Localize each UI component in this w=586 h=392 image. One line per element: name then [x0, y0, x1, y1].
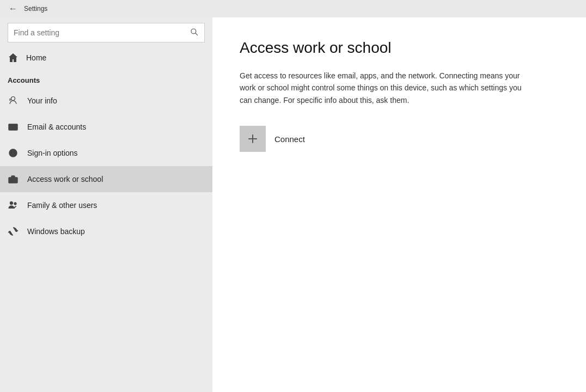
- connect-icon-box: [240, 126, 266, 152]
- your-info-label: Your info: [27, 96, 57, 105]
- window-title: Settings: [24, 5, 47, 13]
- sidebar-item-your-info[interactable]: Your info: [0, 88, 212, 114]
- email-accounts-label: Email & accounts: [27, 122, 86, 131]
- page-title: Access work or school: [240, 39, 559, 57]
- your-info-icon: [8, 95, 19, 106]
- svg-point-2: [11, 97, 15, 101]
- work-icon: [8, 174, 19, 185]
- windows-backup-label: Windows backup: [27, 227, 85, 236]
- sign-in-options-label: Sign-in options: [27, 149, 78, 157]
- connect-label: Connect: [274, 134, 305, 144]
- accounts-section-label: Accounts: [0, 70, 212, 88]
- email-icon: [8, 121, 19, 132]
- search-icon: [190, 28, 199, 36]
- family-other-users-label: Family & other users: [27, 201, 97, 210]
- family-icon: [8, 200, 19, 211]
- plus-icon: [246, 132, 259, 145]
- svg-point-0: [191, 29, 196, 34]
- access-work-school-label: Access work or school: [27, 175, 103, 183]
- sidebar-item-sign-in[interactable]: Sign-in options: [0, 140, 212, 166]
- svg-point-7: [12, 152, 15, 155]
- connect-button[interactable]: Connect: [240, 126, 305, 152]
- search-input[interactable]: [14, 28, 186, 37]
- search-area: [0, 17, 212, 46]
- sidebar-item-family-users[interactable]: Family & other users: [0, 192, 212, 218]
- svg-point-14: [10, 202, 13, 205]
- content-area: Access work or school Get access to reso…: [212, 17, 586, 392]
- back-button[interactable]: ←: [7, 4, 20, 14]
- sign-in-icon: [8, 148, 19, 158]
- home-label: Home: [26, 53, 46, 62]
- search-icon-button[interactable]: [190, 28, 199, 38]
- search-box[interactable]: [8, 23, 205, 42]
- svg-line-1: [196, 33, 198, 35]
- backup-icon: [8, 226, 19, 237]
- content-description: Get access to resources like email, apps…: [240, 70, 534, 106]
- app-container: Home Accounts Your info: [0, 17, 586, 392]
- home-icon: [8, 52, 19, 63]
- sidebar: Home Accounts Your info: [0, 17, 212, 392]
- svg-point-15: [14, 203, 16, 205]
- sidebar-item-access-work-school[interactable]: Access work or school: [0, 166, 212, 192]
- sidebar-item-email-accounts[interactable]: Email & accounts: [0, 114, 212, 140]
- sidebar-item-windows-backup[interactable]: Windows backup: [0, 218, 212, 244]
- title-bar: ← Settings: [0, 0, 586, 17]
- sidebar-item-home[interactable]: Home: [0, 46, 212, 70]
